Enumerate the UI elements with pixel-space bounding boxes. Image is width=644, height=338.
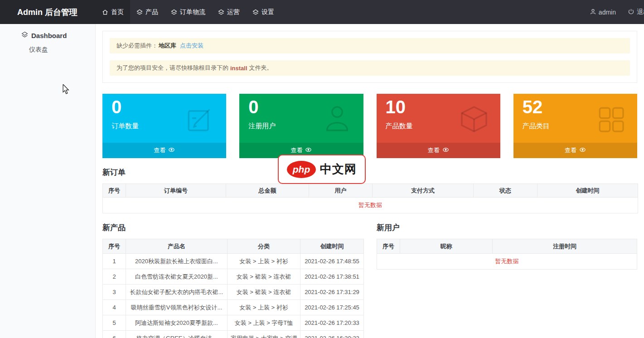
stat-card-products: 10 产品数量 查看 (377, 94, 500, 158)
main-menu: 首页 产品 订单物流 运营 设置 (96, 0, 281, 24)
install-plugin-link[interactable]: 点击安装 (180, 42, 203, 50)
no-data-text: 暂无数据 (377, 254, 637, 270)
main-content: 缺少必需插件： 地区库 点击安装 为了您的项目安全，请尽快移除根目录下的 ins… (96, 24, 644, 338)
column-header: 支付方式 (373, 184, 474, 198)
top-navbar: Admin 后台管理 首页 产品 订单物流 运营 (0, 0, 644, 24)
cube-icon (458, 103, 490, 137)
eye-icon (579, 146, 586, 155)
nav-item-products[interactable]: 产品 (130, 0, 165, 24)
edit-icon (184, 103, 216, 137)
stat-card-users: 0 注册用户 查看 (239, 94, 363, 158)
table-row: 3长款仙女裙子配大衣的内搭毛衣裙...女装 > 裙装 > 连衣裙2021-02-… (103, 285, 364, 300)
app-brand: Admin 后台管理 (0, 0, 96, 24)
users-section-title: 新用户 (377, 223, 637, 232)
orders-section-title: 新订单 (102, 168, 637, 177)
alert-install-folder: 为了您的项目安全，请尽快移除根目录下的 install 文件夹。 (110, 60, 630, 76)
layers-icon (252, 9, 259, 15)
php-logo-text: 中文网 (320, 161, 357, 177)
column-header: 序号 (103, 184, 126, 198)
home-icon (102, 9, 108, 15)
no-data-text: 暂无数据 (103, 198, 638, 213)
table-row: 6格力空调（GREE）冷暖自洁...家用电器 > 大家电 > 空调2021-02… (103, 331, 364, 338)
column-header: 订单编号 (126, 184, 226, 198)
stat-card-categories: 52 产品类目 查看 (513, 94, 637, 158)
sidebar-item-dashboard[interactable]: 仪表盘 (0, 39, 95, 54)
layers-icon (136, 9, 143, 15)
mouse-cursor (62, 84, 70, 96)
column-header: 产品名 (126, 239, 228, 254)
alerts-panel: 缺少必需插件： 地区库 点击安装 为了您的项目安全，请尽快移除根目录下的 ins… (102, 31, 637, 83)
empty-row: 暂无数据 (377, 254, 637, 270)
layers-icon (21, 31, 28, 39)
table-row: 12020秋装新款长袖上衣缎面白...女装 > 上装 > 衬衫2021-02-2… (103, 254, 364, 269)
sidebar-section-dashboard[interactable]: Dashboard (0, 24, 95, 39)
layers-icon (171, 9, 177, 15)
column-header: 用户 (309, 184, 373, 198)
nav-item-home[interactable]: 首页 (96, 0, 130, 24)
table-row: 4吸睛丝垂雪纺V领黑色衬衫女设计...女装 > 上装 > 衬衫2021-02-2… (103, 300, 364, 315)
sidebar: Dashboard 仪表盘 (0, 24, 96, 338)
nav-item-settings[interactable]: 设置 (246, 0, 281, 24)
column-header: 创建时间 (300, 239, 364, 254)
column-header: 序号 (377, 239, 400, 254)
nav-item-orders[interactable]: 订单物流 (165, 0, 212, 24)
php-cn-watermark: php 中文网 (278, 155, 366, 184)
person-icon (321, 103, 353, 137)
orders-table: 序号订单编号总金额用户支付方式状态创建时间 暂无数据 (102, 183, 638, 213)
eye-icon (305, 146, 312, 155)
power-icon (628, 8, 634, 16)
table-row: 5阿迪达斯短袖女2020夏季新款...女装 > 上装 > 字母T恤2021-02… (103, 315, 364, 331)
column-header: 总金额 (226, 184, 309, 198)
view-categories-button[interactable]: 查看 (513, 143, 637, 158)
products-table: 序号产品名分类创建时间 12020秋装新款长袖上衣缎面白...女装 > 上装 >… (102, 239, 364, 338)
eye-icon (168, 146, 175, 155)
layers-icon (218, 9, 224, 15)
table-row: 2白色雪纺连衣裙女夏天2020新...女装 > 裙装 > 连衣裙2021-02-… (103, 269, 364, 285)
view-products-button[interactable]: 查看 (377, 143, 500, 158)
products-section-title: 新产品 (102, 223, 363, 232)
users-table: 序号昵称注册时间 暂无数据 (377, 239, 637, 270)
logout-button[interactable]: 退出 (628, 8, 644, 16)
column-header: 创建时间 (537, 184, 638, 198)
stat-card-orders: 0 订单数量 查看 (102, 94, 226, 158)
column-header: 分类 (228, 239, 300, 254)
column-header: 状态 (474, 184, 537, 198)
user-menu[interactable]: admin (590, 8, 616, 16)
column-header: 昵称 (400, 239, 493, 254)
stat-cards: 0 订单数量 查看 0 注册用户 查看 (102, 94, 637, 158)
navbar-right: admin 退出 (590, 0, 644, 24)
alert-missing-plugin: 缺少必需插件： 地区库 点击安装 (110, 38, 630, 53)
nav-item-operations[interactable]: 运营 (212, 0, 246, 24)
php-logo-badge: php (287, 161, 316, 178)
bottom-row: 新产品 序号产品名分类创建时间 12020秋装新款长袖上衣缎面白...女装 > … (102, 213, 637, 338)
column-header: 注册时间 (493, 239, 637, 254)
grid-icon (595, 103, 627, 137)
empty-row: 暂无数据 (103, 198, 638, 213)
column-header: 序号 (103, 239, 126, 254)
user-icon (590, 8, 596, 16)
eye-icon (442, 146, 449, 155)
view-orders-button[interactable]: 查看 (102, 143, 226, 158)
